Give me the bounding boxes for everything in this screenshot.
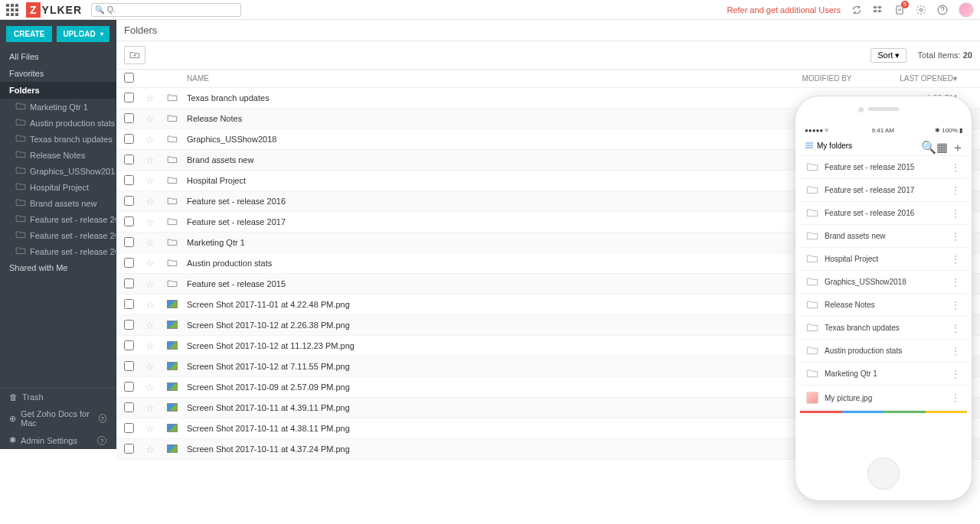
sidebar-item-folders[interactable]: Folders bbox=[0, 82, 116, 99]
user-avatar[interactable] bbox=[959, 2, 974, 18]
row-name[interactable]: Screen Shot 2017-11-01 at 4.22.48 PM.png bbox=[187, 300, 773, 309]
create-button[interactable]: CREATE bbox=[6, 26, 52, 42]
more-icon[interactable]: ⋮ bbox=[950, 279, 961, 285]
star-icon[interactable]: ☆ bbox=[145, 155, 167, 166]
row-checkbox[interactable] bbox=[124, 93, 134, 103]
sidebar-subfolder[interactable]: Feature set - release 2016 bbox=[0, 211, 116, 227]
row-checkbox[interactable] bbox=[124, 423, 134, 433]
more-icon[interactable]: ⋮ bbox=[950, 302, 961, 308]
more-icon[interactable]: ⋮ bbox=[950, 164, 961, 171]
row-name[interactable]: Screen Shot 2017-10-12 at 2.26.38 PM.png bbox=[187, 321, 773, 330]
refer-link[interactable]: Refer and get additional Users bbox=[727, 5, 841, 15]
sidebar-subfolder[interactable]: Feature set - release 2015 bbox=[0, 243, 116, 259]
row-name[interactable]: Texas branch updates bbox=[187, 93, 773, 103]
sidebar-subfolder[interactable]: Feature set - release 2017 bbox=[0, 227, 116, 243]
sidebar-item-all-files[interactable]: All Files bbox=[0, 48, 116, 65]
star-icon[interactable]: ☆ bbox=[145, 134, 167, 145]
sidebar-item-getapp[interactable]: ⊕Get Zoho Docs for Mac? bbox=[0, 405, 116, 431]
phone-list-item[interactable]: Hospital Project⋮ bbox=[800, 248, 967, 271]
sort-button[interactable]: Sort ▾ bbox=[871, 48, 906, 63]
row-name[interactable]: Hospital Project bbox=[187, 176, 773, 185]
sidebar-item-favorites[interactable]: Favorites bbox=[0, 65, 116, 82]
row-name[interactable]: Feature set - release 2015 bbox=[187, 279, 773, 288]
phone-list-item[interactable]: Marketing Qtr 1⋮ bbox=[800, 363, 967, 386]
row-name[interactable]: Screen Shot 2017-10-11 at 4.38.11 PM.png bbox=[187, 424, 773, 433]
phone-list-item[interactable]: Release Notes⋮ bbox=[800, 294, 967, 317]
phone-list-item[interactable]: Texas branch updates⋮ bbox=[800, 317, 967, 340]
settings-icon[interactable] bbox=[916, 5, 926, 15]
sidebar-subfolder[interactable]: Release Notes bbox=[0, 147, 116, 163]
row-name[interactable]: Screen Shot 2017-10-12 at 7.11.55 PM.png bbox=[187, 362, 773, 371]
column-lastopened[interactable]: LAST OPENED▾ bbox=[880, 74, 972, 83]
row-checkbox[interactable] bbox=[124, 382, 134, 392]
apps-menu-icon[interactable] bbox=[6, 4, 18, 16]
row-checkbox[interactable] bbox=[124, 216, 134, 226]
row-checkbox[interactable] bbox=[124, 299, 134, 309]
column-name[interactable]: NAME bbox=[187, 74, 773, 83]
sidebar-subfolder[interactable]: Marketing Qtr 1 bbox=[0, 99, 116, 115]
notifications-icon[interactable]: 5 bbox=[894, 5, 905, 15]
grid-view-icon[interactable]: ▦ bbox=[936, 140, 947, 151]
star-icon[interactable]: ☆ bbox=[145, 320, 167, 331]
star-icon[interactable]: ☆ bbox=[145, 444, 167, 455]
row-checkbox[interactable] bbox=[124, 402, 134, 412]
search-input[interactable] bbox=[104, 5, 237, 14]
more-icon[interactable]: ⋮ bbox=[950, 325, 961, 331]
phone-list-item[interactable]: Feature set - release 2016⋮ bbox=[800, 202, 967, 225]
more-icon[interactable]: ⋮ bbox=[950, 348, 961, 354]
brand-logo[interactable]: Z YLKER bbox=[26, 2, 82, 18]
search-icon[interactable]: 🔍 bbox=[921, 140, 932, 151]
phone-list-item[interactable]: Brand assets new⋮ bbox=[800, 225, 967, 248]
dropbox-icon[interactable] bbox=[873, 5, 884, 15]
sidebar-subfolder[interactable]: Texas branch updates bbox=[0, 131, 116, 147]
star-icon[interactable]: ☆ bbox=[145, 216, 167, 228]
help-icon[interactable] bbox=[937, 5, 948, 15]
row-checkbox[interactable] bbox=[124, 444, 134, 454]
search-box[interactable]: 🔍 bbox=[91, 3, 241, 17]
row-checkbox[interactable] bbox=[124, 340, 134, 350]
sidebar-item-admin[interactable]: ✱Admin Settings? bbox=[0, 431, 116, 449]
add-icon[interactable]: ＋ bbox=[952, 140, 962, 151]
row-checkbox[interactable] bbox=[124, 134, 134, 144]
sidebar-item-shared[interactable]: Shared with Me bbox=[0, 259, 116, 276]
star-icon[interactable]: ☆ bbox=[145, 361, 167, 373]
star-icon[interactable]: ☆ bbox=[145, 382, 167, 393]
phone-list-item[interactable]: Feature set - release 2015⋮ bbox=[800, 156, 967, 179]
row-name[interactable]: Graphics_USShow2018 bbox=[187, 135, 773, 144]
star-icon[interactable]: ☆ bbox=[145, 258, 167, 269]
phone-list-item[interactable]: Feature set - release 2017⋮ bbox=[800, 179, 967, 202]
phone-list-item[interactable]: My picture.jpg⋮ bbox=[800, 386, 967, 411]
row-name[interactable]: Release Notes bbox=[187, 114, 773, 123]
more-icon[interactable]: ⋮ bbox=[950, 395, 961, 401]
row-checkbox[interactable] bbox=[124, 155, 134, 164]
sidebar-subfolder[interactable]: Brand assets new bbox=[0, 195, 116, 211]
row-checkbox[interactable] bbox=[124, 361, 134, 371]
star-icon[interactable]: ☆ bbox=[145, 299, 167, 311]
star-icon[interactable]: ☆ bbox=[145, 402, 167, 414]
row-checkbox[interactable] bbox=[124, 258, 134, 268]
row-name[interactable]: Austin production stats bbox=[187, 259, 773, 268]
star-icon[interactable]: ☆ bbox=[145, 237, 167, 249]
sidebar-subfolder[interactable]: Hospital Project bbox=[0, 179, 116, 195]
row-checkbox[interactable] bbox=[124, 196, 134, 206]
row-name[interactable]: Screen Shot 2017-10-12 at 11.12.23 PM.pn… bbox=[187, 341, 773, 350]
column-modified[interactable]: MODIFIED BY bbox=[773, 74, 880, 83]
row-name[interactable]: Marketing Qtr 1 bbox=[187, 238, 773, 247]
row-name[interactable]: Screen Shot 2017-10-09 at 2.57.09 PM.png bbox=[187, 382, 773, 392]
row-name[interactable]: Brand assets new bbox=[187, 155, 773, 164]
row-checkbox[interactable] bbox=[124, 278, 134, 288]
row-name[interactable]: Feature set - release 2016 bbox=[187, 197, 773, 206]
more-icon[interactable]: ⋮ bbox=[950, 256, 961, 262]
row-name[interactable]: Screen Shot 2017-10-11 at 4.39.11 PM.png bbox=[187, 403, 773, 412]
sync-icon[interactable] bbox=[851, 5, 862, 15]
row-checkbox[interactable] bbox=[124, 113, 134, 123]
sidebar-subfolder[interactable]: Graphics_USShow2018 bbox=[0, 163, 116, 179]
star-icon[interactable]: ☆ bbox=[145, 340, 167, 352]
more-icon[interactable]: ⋮ bbox=[950, 210, 961, 216]
phone-list-item[interactable]: Austin production stats⋮ bbox=[800, 340, 967, 363]
sidebar-subfolder[interactable]: Austin production stats bbox=[0, 115, 116, 131]
more-icon[interactable]: ⋮ bbox=[950, 371, 961, 377]
star-icon[interactable]: ☆ bbox=[145, 423, 167, 434]
menu-icon[interactable] bbox=[805, 138, 814, 152]
more-icon[interactable]: ⋮ bbox=[950, 233, 961, 239]
